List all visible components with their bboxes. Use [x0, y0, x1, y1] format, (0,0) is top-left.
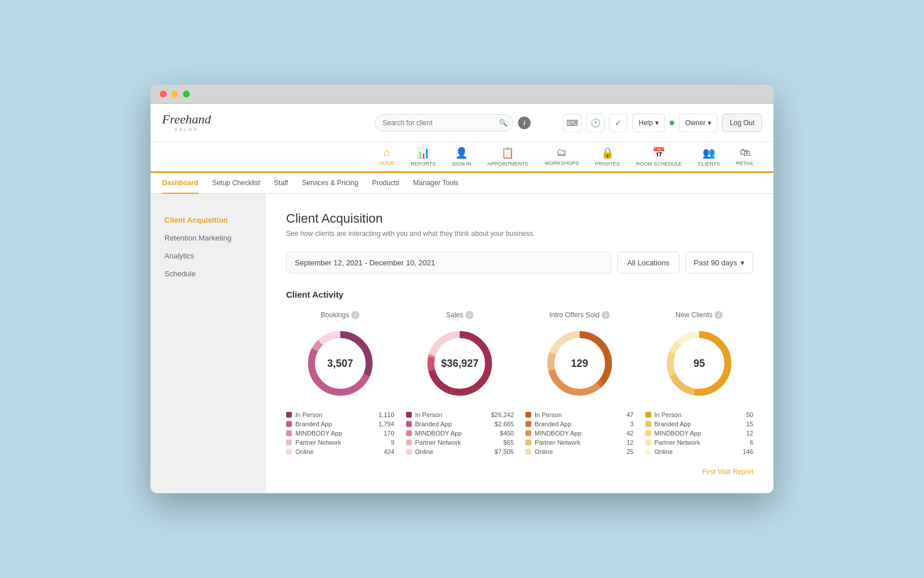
- legend-item: MINDBODY App 12: [645, 429, 754, 438]
- legend-value: 50: [746, 411, 753, 418]
- legend-dot: [406, 421, 412, 427]
- legend-label: In Person: [655, 411, 682, 418]
- legend-left: MINDBODY App: [286, 430, 342, 437]
- intro-offers-label: Intro Offers Sold i: [549, 311, 610, 319]
- close-dot[interactable]: [160, 91, 167, 97]
- section-title: Client Activity: [286, 290, 753, 299]
- legend-item: Partner Network 9: [286, 438, 395, 447]
- legend-label: Online: [295, 448, 314, 455]
- maximize-dot[interactable]: [183, 91, 190, 97]
- browser-titlebar: [151, 85, 773, 104]
- nav-icons-container: ⌂ HOME 📊 REPORTS 👤 SIGN IN 📋 APPOINTMENT…: [371, 142, 762, 171]
- legend-label: Online: [415, 448, 434, 455]
- legend-item: MINDBODY App $450: [406, 429, 514, 438]
- filter-row: September 12, 2021 - December 10, 2021 A…: [286, 252, 753, 273]
- check-icon-btn[interactable]: ✓: [609, 114, 628, 132]
- chart-sales: Sales i $36,927 In Person $26,242: [406, 311, 514, 456]
- legend-dot: [286, 440, 292, 445]
- header-top: Freehand SALON 🔍 i ⌨ 🕐 ✓ Help ▾: [151, 104, 773, 142]
- nav-icon-clients[interactable]: 👥 CLIENTS: [690, 142, 728, 173]
- new-clients-value: 95: [693, 358, 705, 369]
- legend-value: 12: [746, 430, 753, 437]
- legend-label: Online: [655, 448, 673, 455]
- secondary-nav-container: DashboardSetup ChecklistStaffServices & …: [162, 173, 459, 193]
- date-range-display[interactable]: September 12, 2021 - December 10, 2021: [286, 252, 611, 273]
- nav-icon-sign-in[interactable]: 👤 SIGN IN: [444, 142, 479, 173]
- legend-left: In Person: [406, 411, 442, 418]
- sidebar-item-analytics[interactable]: Analytics: [162, 247, 254, 265]
- legend-dot: [525, 449, 531, 455]
- charts-grid: Bookings i 3,507 In Person 1,110: [286, 311, 753, 456]
- minimize-dot[interactable]: [171, 91, 178, 97]
- legend-value: 1,794: [378, 421, 395, 427]
- logout-button[interactable]: Log Out: [722, 114, 762, 132]
- secondary-nav-staff[interactable]: Staff: [274, 173, 288, 194]
- secondary-nav-setup-checklist[interactable]: Setup Checklist: [212, 173, 260, 194]
- workshops-icon: 🗂: [557, 147, 567, 159]
- legend-dot: [645, 430, 651, 436]
- legend-left: MINDBODY App: [406, 430, 462, 437]
- sidebar-item-client-acquisition[interactable]: Client Acquisition: [162, 211, 254, 229]
- location-filter-button[interactable]: All Locations: [617, 252, 679, 273]
- legend-label: Partner Network: [655, 439, 700, 446]
- legend-dot: [406, 440, 412, 445]
- secondary-nav-dashboard[interactable]: Dashboard: [162, 173, 198, 194]
- search-info-button[interactable]: i: [518, 117, 531, 129]
- sales-info-icon: i: [465, 311, 474, 319]
- legend-dot: [645, 449, 651, 455]
- legend-left: In Person: [525, 411, 562, 418]
- sales-center: $36,927: [441, 358, 479, 370]
- bookings-label: Bookings i: [321, 311, 359, 319]
- nav-icons-row: ⌂ HOME 📊 REPORTS 👤 SIGN IN 📋 APPOINTMENT…: [151, 142, 773, 173]
- nav-icon-home[interactable]: ⌂ HOME: [371, 142, 403, 173]
- clock-icon-btn[interactable]: 🕐: [586, 114, 604, 132]
- owner-button[interactable]: Owner ▾: [679, 114, 718, 132]
- secondary-nav-manager-tools[interactable]: Manager Tools: [413, 173, 459, 194]
- legend-dot: [286, 430, 292, 436]
- nav-icon-reports[interactable]: 📊 REPORTS: [403, 142, 444, 173]
- legend-left: Partner Network: [645, 439, 700, 446]
- first-visit-link[interactable]: First Visit Report: [286, 468, 753, 476]
- app-container: Freehand SALON 🔍 i ⌨ 🕐 ✓ Help ▾: [151, 104, 773, 493]
- legend-dot: [645, 421, 651, 427]
- sidebar-item-retention-marketing[interactable]: Retention Marketing: [162, 229, 254, 247]
- legend-item: Branded App 1,794: [286, 419, 395, 429]
- nav-icon-retail[interactable]: 🛍 RETAIL: [728, 142, 762, 173]
- appointments-icon: 📋: [501, 147, 514, 159]
- legend-left: Online: [645, 448, 673, 455]
- legend-item: Online 424: [286, 447, 395, 456]
- room-schedule-label: ROOM SCHEDULE: [636, 161, 682, 167]
- legend-item: Online 25: [525, 447, 634, 456]
- nav-icon-privates[interactable]: 🔒 PRIVATES: [587, 142, 628, 173]
- bookings-value: 3,507: [327, 358, 353, 369]
- legend-value: 42: [626, 430, 633, 437]
- nav-icon-workshops[interactable]: 🗂 WORKSHOPS: [536, 142, 587, 173]
- legend-item: Partner Network 12: [525, 438, 634, 447]
- legend-label: MINDBODY App: [415, 430, 462, 437]
- secondary-nav-products[interactable]: Products: [372, 173, 399, 194]
- chart-bookings: Bookings i 3,507 In Person 1,110: [286, 311, 395, 456]
- sidebar-item-schedule[interactable]: Schedule: [162, 265, 254, 283]
- secondary-nav-services-pricing[interactable]: Services & Pricing: [302, 173, 358, 194]
- legend-item: Online 146: [645, 447, 754, 456]
- legend-label: Branded App: [415, 421, 452, 427]
- legend-value: $450: [500, 430, 514, 437]
- nav-icon-appointments[interactable]: 📋 APPOINTMENTS: [479, 142, 536, 173]
- search-input[interactable]: [375, 114, 513, 132]
- sidebar-items: Client AcquisitionRetention MarketingAna…: [162, 211, 254, 283]
- legend-dot: [406, 412, 412, 418]
- time-filter-dropdown[interactable]: Past 90 days ▾: [685, 252, 753, 273]
- reports-label: REPORTS: [411, 161, 435, 167]
- reports-icon: 📊: [417, 147, 430, 159]
- help-button[interactable]: Help ▾: [632, 114, 665, 132]
- legend-dot: [525, 430, 531, 436]
- keyboard-icon-btn[interactable]: ⌨: [563, 114, 581, 132]
- legend-left: Online: [406, 448, 434, 455]
- legend-value: 12: [626, 439, 633, 446]
- legend-value: 25: [626, 448, 633, 455]
- legend-value: 146: [743, 448, 753, 455]
- legend-value: $7,505: [494, 448, 514, 455]
- legend-value: $2,665: [494, 421, 514, 427]
- search-icon: 🔍: [499, 119, 508, 127]
- nav-icon-room-schedule[interactable]: 📅 ROOM SCHEDULE: [628, 142, 690, 173]
